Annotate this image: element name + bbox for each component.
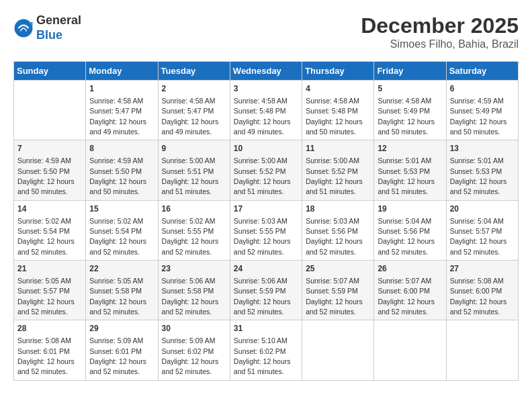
day-number: 21 [17, 263, 82, 275]
sunrise-info: Sunrise: 4:59 AM [450, 97, 504, 105]
daylight-info: Daylight: 12 hours and 52 minutes. [450, 237, 507, 255]
sunrise-info: Sunrise: 4:58 AM [306, 97, 359, 105]
week-row-5: 28 Sunrise: 5:08 AM Sunset: 6:01 PM Dayl… [14, 320, 519, 380]
daylight-info: Daylight: 12 hours and 51 minutes. [378, 177, 435, 195]
sunrise-info: Sunrise: 5:09 AM [162, 336, 216, 345]
day-cell [14, 81, 86, 140]
day-cell: 16 Sunrise: 5:02 AM Sunset: 5:55 PM Dayl… [158, 200, 230, 260]
day-number: 17 [234, 203, 298, 215]
day-number: 12 [378, 143, 442, 154]
sunset-info: Sunset: 5:57 PM [17, 287, 70, 295]
day-number: 10 [234, 143, 298, 154]
day-number: 20 [450, 203, 515, 215]
sunset-info: Sunset: 5:48 PM [234, 107, 286, 115]
sunset-info: Sunset: 5:57 PM [450, 227, 502, 235]
day-cell: 6 Sunrise: 4:59 AM Sunset: 5:49 PM Dayli… [446, 81, 518, 140]
day-number: 13 [450, 143, 515, 154]
day-number: 28 [17, 323, 82, 334]
day-cell: 21 Sunrise: 5:05 AM Sunset: 5:57 PM Dayl… [14, 261, 86, 320]
sunrise-info: Sunrise: 5:01 AM [450, 156, 504, 165]
day-number: 3 [234, 83, 298, 95]
sunset-info: Sunset: 5:54 PM [89, 227, 142, 235]
calendar-table: SundayMondayTuesdayWednesdayThursdayFrid… [13, 61, 519, 381]
day-number: 30 [162, 323, 226, 334]
day-cell: 12 Sunrise: 5:01 AM Sunset: 5:53 PM Dayl… [374, 140, 446, 200]
sunrise-info: Sunrise: 5:04 AM [378, 217, 431, 225]
day-number: 5 [378, 83, 442, 95]
day-number: 26 [378, 263, 442, 275]
daylight-info: Daylight: 12 hours and 52 minutes. [162, 237, 219, 255]
sunset-info: Sunset: 5:52 PM [234, 167, 286, 175]
sunrise-info: Sunrise: 5:08 AM [17, 336, 71, 345]
page-header: General Blue December 2025 Simoes Filho,… [13, 13, 519, 50]
sunset-info: Sunset: 5:47 PM [89, 107, 142, 115]
sunrise-info: Sunrise: 5:05 AM [17, 277, 71, 285]
day-cell: 19 Sunrise: 5:04 AM Sunset: 5:56 PM Dayl… [374, 200, 446, 260]
sunset-info: Sunset: 5:54 PM [17, 227, 70, 235]
day-number: 15 [89, 203, 154, 215]
week-row-2: 7 Sunrise: 4:59 AM Sunset: 5:50 PM Dayli… [14, 140, 519, 200]
logo: General Blue [13, 13, 81, 42]
weekday-header-row: SundayMondayTuesdayWednesdayThursdayFrid… [14, 62, 519, 81]
week-row-1: 1 Sunrise: 4:58 AM Sunset: 5:47 PM Dayli… [14, 81, 519, 140]
sunrise-info: Sunrise: 5:03 AM [234, 217, 287, 225]
sunset-info: Sunset: 5:53 PM [378, 167, 430, 175]
sunrise-info: Sunrise: 5:04 AM [450, 217, 504, 225]
day-number: 31 [234, 323, 298, 334]
day-cell: 22 Sunrise: 5:05 AM Sunset: 5:58 PM Dayl… [86, 261, 158, 320]
day-cell: 9 Sunrise: 5:00 AM Sunset: 5:51 PM Dayli… [158, 140, 230, 200]
sunset-info: Sunset: 5:49 PM [450, 107, 502, 115]
weekday-header-sunday: Sunday [14, 62, 86, 81]
sunset-info: Sunset: 6:01 PM [17, 347, 70, 355]
day-number: 19 [378, 203, 442, 215]
sunrise-info: Sunrise: 5:05 AM [89, 277, 143, 285]
day-number: 4 [306, 83, 370, 95]
daylight-info: Daylight: 12 hours and 50 minutes. [17, 177, 75, 195]
weekday-header-saturday: Saturday [446, 62, 518, 81]
day-number: 2 [162, 83, 226, 95]
sunrise-info: Sunrise: 5:07 AM [306, 277, 359, 285]
sunrise-info: Sunrise: 4:59 AM [17, 156, 71, 165]
day-number: 27 [450, 263, 515, 275]
day-number: 18 [306, 203, 370, 215]
daylight-info: Daylight: 12 hours and 52 minutes. [17, 357, 75, 375]
daylight-info: Daylight: 12 hours and 51 minutes. [234, 177, 291, 195]
weekday-header-thursday: Thursday [302, 62, 374, 81]
day-cell: 3 Sunrise: 4:58 AM Sunset: 5:48 PM Dayli… [230, 81, 302, 140]
daylight-info: Daylight: 12 hours and 52 minutes. [89, 298, 146, 316]
week-row-4: 21 Sunrise: 5:05 AM Sunset: 5:57 PM Dayl… [14, 261, 519, 320]
sunrise-info: Sunrise: 5:08 AM [450, 277, 504, 285]
sunrise-info: Sunrise: 5:00 AM [234, 156, 287, 165]
logo-blue: Blue [36, 28, 62, 42]
sunset-info: Sunset: 5:53 PM [450, 167, 502, 175]
daylight-info: Daylight: 12 hours and 52 minutes. [450, 298, 507, 316]
sunrise-info: Sunrise: 4:58 AM [89, 97, 143, 105]
sunset-info: Sunset: 5:59 PM [234, 287, 286, 295]
day-cell: 2 Sunrise: 4:58 AM Sunset: 5:47 PM Dayli… [158, 81, 230, 140]
sunset-info: Sunset: 6:00 PM [450, 287, 502, 295]
day-number: 14 [17, 203, 82, 215]
month-title: December 2025 [361, 13, 519, 38]
day-cell: 11 Sunrise: 5:00 AM Sunset: 5:52 PM Dayl… [302, 140, 374, 200]
sunset-info: Sunset: 5:51 PM [162, 167, 214, 175]
day-number: 6 [450, 83, 515, 95]
weekday-header-monday: Monday [86, 62, 158, 81]
sunset-info: Sunset: 6:02 PM [234, 347, 286, 355]
sunset-info: Sunset: 6:01 PM [89, 347, 142, 355]
daylight-info: Daylight: 12 hours and 52 minutes. [17, 298, 75, 316]
day-number: 23 [162, 263, 226, 275]
day-number: 22 [89, 263, 154, 275]
day-cell: 20 Sunrise: 5:04 AM Sunset: 5:57 PM Dayl… [446, 200, 518, 260]
daylight-info: Daylight: 12 hours and 49 minutes. [162, 118, 219, 136]
day-cell: 5 Sunrise: 4:58 AM Sunset: 5:49 PM Dayli… [374, 81, 446, 140]
sunrise-info: Sunrise: 5:06 AM [234, 277, 287, 285]
daylight-info: Daylight: 12 hours and 49 minutes. [89, 118, 146, 136]
sunrise-info: Sunrise: 5:00 AM [162, 156, 216, 165]
day-cell: 15 Sunrise: 5:02 AM Sunset: 5:54 PM Dayl… [86, 200, 158, 260]
day-cell [374, 320, 446, 380]
day-cell: 13 Sunrise: 5:01 AM Sunset: 5:53 PM Dayl… [446, 140, 518, 200]
sunrise-info: Sunrise: 5:06 AM [162, 277, 216, 285]
sunset-info: Sunset: 5:47 PM [162, 107, 214, 115]
sunrise-info: Sunrise: 5:00 AM [306, 156, 359, 165]
day-cell: 14 Sunrise: 5:02 AM Sunset: 5:54 PM Dayl… [14, 200, 86, 260]
